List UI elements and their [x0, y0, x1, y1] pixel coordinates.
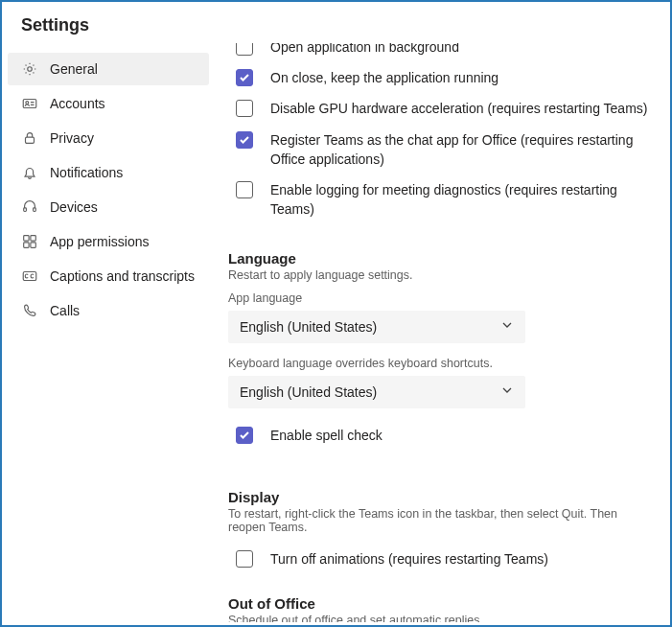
- checkbox-label: Enable spell check: [270, 426, 382, 445]
- sidebar-item-calls[interactable]: Calls: [8, 294, 209, 327]
- gear-icon: [21, 60, 38, 78]
- sidebar-item-devices[interactable]: Devices: [8, 191, 209, 223]
- display-desc: To restart, right-click the Teams icon i…: [228, 507, 653, 534]
- svg-rect-1: [23, 100, 36, 108]
- out-of-office-heading: Out of Office: [228, 595, 653, 612]
- svg-rect-6: [24, 236, 29, 241]
- svg-rect-8: [24, 243, 29, 247]
- sidebar-item-captions[interactable]: Captions and transcripts: [8, 260, 209, 292]
- lock-icon: [21, 129, 38, 147]
- checkbox-disable-gpu[interactable]: [236, 100, 253, 117]
- page-title: Settings: [2, 2, 670, 43]
- content-panel: Open application in background On close,…: [215, 43, 670, 622]
- checkbox-label: Disable GPU hardware acceleration (requi…: [270, 99, 647, 118]
- sidebar-item-label: Privacy: [50, 130, 94, 146]
- checkbox-enable-logging[interactable]: [236, 181, 253, 198]
- dropdown-value: English (United States): [240, 319, 377, 335]
- headset-icon: [21, 198, 38, 216]
- svg-rect-3: [26, 137, 35, 143]
- sidebar-item-label: Notifications: [50, 165, 123, 180]
- checkbox-label: On close, keep the application running: [270, 68, 498, 87]
- svg-point-2: [26, 102, 29, 104]
- svg-rect-4: [24, 208, 27, 212]
- sidebar-item-label: Calls: [50, 303, 80, 318]
- checkbox-label: Enable logging for meeting diagnostics (…: [270, 180, 653, 220]
- checkbox-label: Register Teams as the chat app for Offic…: [270, 130, 653, 170]
- svg-rect-9: [31, 243, 35, 247]
- checkbox-register-chat-app[interactable]: [236, 131, 253, 149]
- dropdown-value: English (United States): [240, 384, 377, 400]
- display-heading: Display: [228, 489, 653, 505]
- sidebar-item-accounts[interactable]: Accounts: [8, 87, 209, 120]
- language-desc: Restart to apply language settings.: [228, 268, 653, 282]
- chevron-down-icon: [500, 383, 514, 400]
- sidebar: General Accounts Privacy Notifications D: [2, 43, 215, 622]
- sidebar-item-label: General: [50, 61, 98, 77]
- app-language-dropdown[interactable]: English (United States): [228, 311, 525, 343]
- phone-icon: [21, 302, 38, 319]
- out-of-office-desc: Schedule out of office and set automatic…: [228, 614, 653, 622]
- language-heading: Language: [228, 250, 653, 267]
- sidebar-item-label: Captions and transcripts: [50, 268, 195, 284]
- apps-icon: [21, 233, 38, 250]
- checkbox-on-close-keep-running[interactable]: [236, 69, 253, 86]
- checkbox-turn-off-animations[interactable]: [236, 550, 253, 568]
- sidebar-item-notifications[interactable]: Notifications: [8, 156, 209, 189]
- svg-rect-5: [34, 208, 36, 212]
- checkbox-label: Turn off animations (requires restarting…: [270, 549, 548, 569]
- sidebar-item-privacy[interactable]: Privacy: [8, 122, 209, 154]
- checkbox-spell-check[interactable]: [236, 427, 253, 444]
- bell-icon: [21, 164, 38, 181]
- app-language-label: App language: [228, 291, 653, 305]
- sidebar-item-label: App permissions: [50, 234, 150, 249]
- sidebar-item-general[interactable]: General: [8, 53, 209, 85]
- id-card-icon: [21, 95, 38, 112]
- svg-point-0: [28, 67, 33, 72]
- checkbox-label: Open application in background: [270, 43, 459, 57]
- sidebar-item-label: Accounts: [50, 96, 105, 111]
- keyboard-language-dropdown[interactable]: English (United States): [228, 376, 525, 408]
- cc-icon: [21, 267, 38, 285]
- svg-rect-7: [31, 236, 35, 241]
- chevron-down-icon: [500, 318, 514, 335]
- sidebar-item-label: Devices: [50, 199, 98, 215]
- checkbox-open-background[interactable]: [236, 43, 253, 56]
- sidebar-item-app-permissions[interactable]: App permissions: [8, 225, 209, 258]
- keyboard-language-label: Keyboard language overrides keyboard sho…: [228, 357, 653, 370]
